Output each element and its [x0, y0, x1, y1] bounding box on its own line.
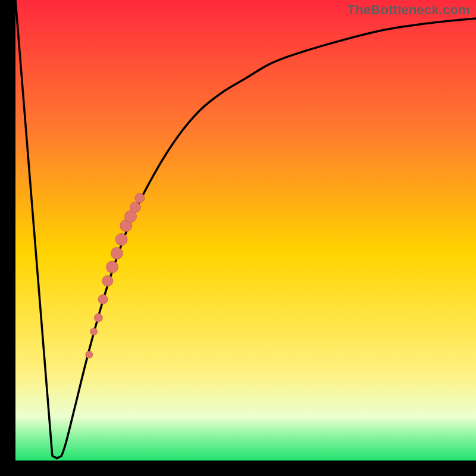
marker-dot [111, 248, 123, 259]
x-axis-bar [0, 461, 476, 476]
marker-dot [107, 261, 118, 273]
marker-dot [90, 328, 98, 335]
y-axis-bar [0, 0, 15, 476]
marker-dot [86, 351, 93, 358]
marker-dot [94, 314, 102, 322]
marker-dot [130, 202, 140, 212]
watermark-label: TheBottleneck.com [347, 2, 470, 18]
marker-dot [98, 295, 108, 304]
plot-area [15, 0, 476, 461]
marker-dot [102, 275, 113, 286]
highlighted-segment [15, 0, 476, 461]
chart-container: TheBottleneck.com [0, 0, 476, 476]
marker-dot [115, 233, 127, 245]
marker-dot [135, 193, 145, 203]
